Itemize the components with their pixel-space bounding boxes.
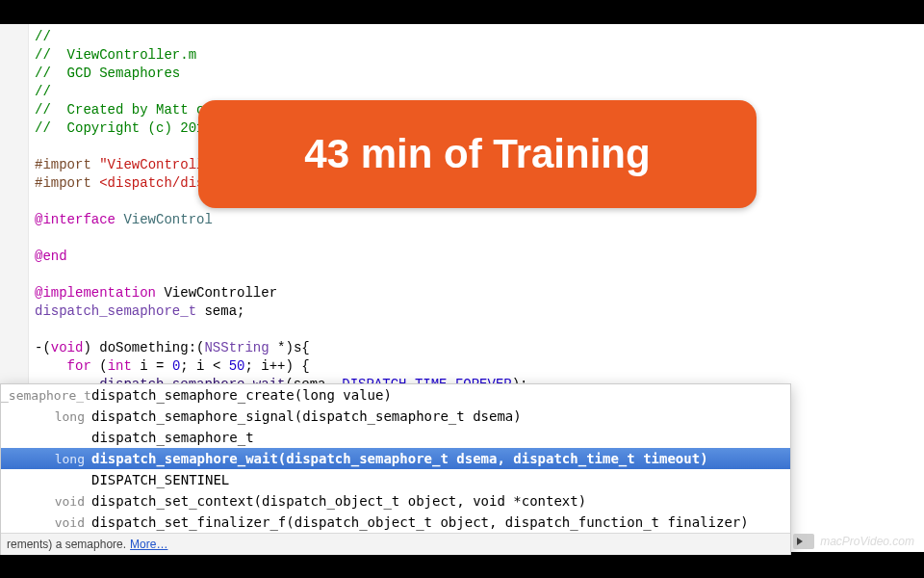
autocomplete-signature: dispatch_semaphore_wait(dispatch_semapho… — [91, 448, 790, 469]
comment-line: // Copyright (c) 2013 — [35, 120, 220, 136]
autocomplete-item[interactable]: longdispatch_semaphore_wait(dispatch_sem… — [1, 448, 790, 469]
variable-decl: sema; — [196, 303, 244, 319]
nsstring-type: NSString — [204, 340, 269, 355]
autocomplete-item[interactable]: _semaphore_tdispatch_semaphore_create(lo… — [1, 384, 790, 406]
number-literal: 50 — [229, 358, 245, 374]
autocomplete-item[interactable]: voiddispatch_set_context(dispatch_object… — [1, 490, 790, 512]
paren: ( — [91, 358, 108, 374]
autocomplete-signature: DISPATCH_SENTINEL — [91, 469, 790, 490]
autocomplete-doc-snippet: rements) a semaphore. — [7, 538, 126, 551]
for-keyword: for — [67, 358, 91, 374]
comment-line: // ViewController.m — [35, 47, 196, 63]
autocomplete-return-type: void — [1, 491, 91, 512]
import-directive: #import — [35, 175, 99, 191]
code-text[interactable]: // // ViewController.m // GCD Semaphores… — [35, 28, 754, 431]
autocomplete-return-type: long — [1, 449, 91, 470]
end-keyword: @end — [35, 249, 67, 264]
autocomplete-popup[interactable]: _semaphore_tdispatch_semaphore_create(lo… — [0, 383, 791, 555]
type-name: dispatch_semaphore_t — [35, 303, 196, 319]
import-target: "ViewControlle — [99, 157, 213, 172]
watermark: macProVideo.com — [793, 534, 914, 549]
autocomplete-return-type: _semaphore_t — [1, 385, 91, 407]
for-body: i = — [132, 358, 172, 374]
autocomplete-signature: dispatch_semaphore_t — [91, 427, 790, 448]
class-name: ViewController — [156, 285, 277, 301]
autocomplete-signature: dispatch_set_finalizer_f(dispatch_object… — [91, 512, 790, 533]
play-icon — [793, 534, 814, 549]
comment-line: // — [35, 84, 51, 99]
autocomplete-return-type: long — [1, 407, 91, 428]
comment-line: // GCD Semaphores — [35, 66, 180, 81]
autocomplete-item[interactable]: voiddispatch_set_finalizer_f(dispatch_ob… — [1, 512, 790, 533]
for-body: ; i++) { — [245, 358, 310, 374]
autocomplete-signature: dispatch_semaphore_create(long value) — [91, 384, 790, 406]
autocomplete-signature: dispatch_set_context(dispatch_object_t o… — [91, 490, 790, 512]
implementation-keyword: @implementation — [35, 285, 156, 301]
import-directive: #import — [35, 157, 99, 172]
class-name: ViewControl — [116, 212, 213, 227]
void-keyword: void — [51, 340, 84, 355]
method-sig: -( — [35, 340, 51, 355]
method-sig: ) doSomething:( — [83, 340, 204, 355]
watermark-text: macProVideo.com — [820, 535, 914, 548]
method-sig: *)s{ — [270, 340, 310, 355]
autocomplete-list[interactable]: _semaphore_tdispatch_semaphore_create(lo… — [1, 384, 790, 533]
autocomplete-item[interactable]: dispatch_semaphore_t — [1, 427, 790, 448]
autocomplete-signature: dispatch_semaphore_signal(dispatch_semap… — [91, 406, 790, 427]
interface-keyword: @interface — [35, 212, 116, 227]
autocomplete-item[interactable]: DISPATCH_SENTINEL — [1, 469, 790, 490]
autocomplete-return-type: void — [1, 512, 91, 533]
comment-line: // — [35, 29, 51, 44]
autocomplete-more-link[interactable]: More… — [130, 538, 167, 551]
for-body: ; i < — [180, 358, 228, 374]
autocomplete-footer: rements) a semaphore. More… — [1, 533, 790, 555]
training-banner: 43 min of Training — [198, 100, 757, 208]
int-keyword: int — [108, 358, 132, 374]
import-target: <dispatch/disp — [99, 175, 213, 191]
training-banner-text: 43 min of Training — [304, 131, 650, 177]
autocomplete-item[interactable]: longdispatch_semaphore_signal(dispatch_s… — [1, 406, 790, 427]
